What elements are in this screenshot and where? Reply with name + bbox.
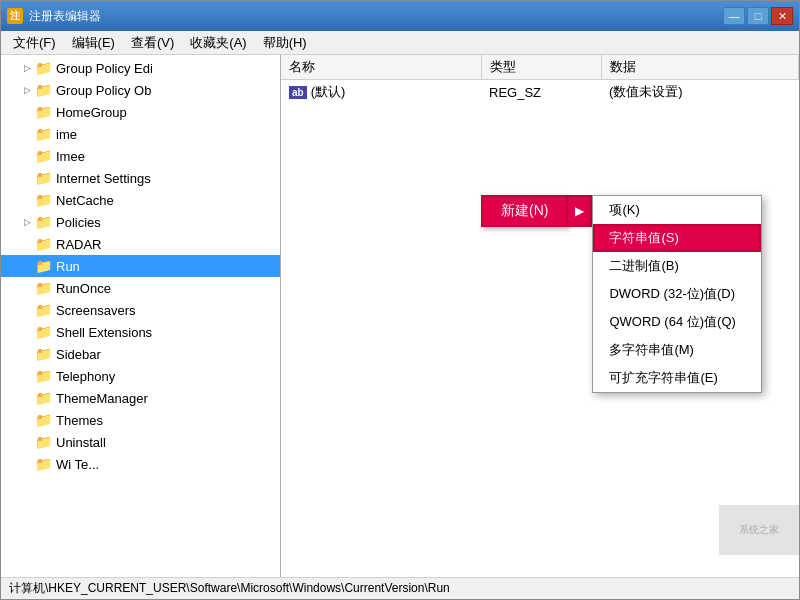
- tree-item[interactable]: 📁Internet Settings: [1, 167, 280, 189]
- folder-icon: 📁: [35, 170, 52, 186]
- folder-icon: 📁: [35, 302, 52, 318]
- maximize-button[interactable]: □: [747, 7, 769, 25]
- menu-help[interactable]: 帮助(H): [255, 32, 315, 54]
- tree-panel[interactable]: ▷📁Group Policy Edi▷📁Group Policy Ob📁Home…: [1, 55, 281, 577]
- tree-item[interactable]: 📁Telephony: [1, 365, 280, 387]
- tree-item[interactable]: 📁Sidebar: [1, 343, 280, 365]
- folder-icon: 📁: [35, 126, 52, 142]
- title-bar: 注 注册表编辑器 — □ ✕: [1, 1, 799, 31]
- submenu-item[interactable]: 项(K): [593, 196, 761, 224]
- new-button-label: 新建(N): [501, 202, 548, 220]
- folder-icon: 📁: [35, 192, 52, 208]
- tree-item-label: Screensavers: [56, 303, 135, 318]
- col-data: 数据: [601, 55, 799, 80]
- tree-item[interactable]: ▷📁Policies: [1, 211, 280, 233]
- tree-item[interactable]: 📁Screensavers: [1, 299, 280, 321]
- tree-arrow: [21, 194, 33, 206]
- window-title: 注册表编辑器: [29, 8, 723, 25]
- folder-icon: 📁: [35, 412, 52, 428]
- submenu-item[interactable]: QWORD (64 位)值(Q): [593, 308, 761, 336]
- tree-item[interactable]: 📁ime: [1, 123, 280, 145]
- new-button[interactable]: 新建(N): [481, 195, 568, 227]
- tree-item-label: Wi Te...: [56, 457, 99, 472]
- tree-item-label: Group Policy Ob: [56, 83, 151, 98]
- submenu-item[interactable]: 多字符串值(M): [593, 336, 761, 364]
- tree-item[interactable]: ▷📁Group Policy Edi: [1, 57, 280, 79]
- folder-icon: 📁: [35, 236, 52, 252]
- submenu-item[interactable]: 二进制值(B): [593, 252, 761, 280]
- watermark: 系统之家: [719, 505, 799, 555]
- tree-item-label: Internet Settings: [56, 171, 151, 186]
- tree-item-label: Run: [56, 259, 80, 274]
- tree-arrow: [21, 260, 33, 272]
- table-row[interactable]: ab(默认)REG_SZ(数值未设置): [281, 80, 799, 105]
- value-type-icon: ab: [289, 86, 307, 99]
- tree-item-label: ThemeManager: [56, 391, 148, 406]
- tree-arrow: [21, 392, 33, 404]
- tree-item[interactable]: 📁Run: [1, 255, 280, 277]
- menu-edit[interactable]: 编辑(E): [64, 32, 123, 54]
- tree-item[interactable]: 📁Imee: [1, 145, 280, 167]
- tree-item[interactable]: 📁Shell Extensions: [1, 321, 280, 343]
- tree-arrow: [21, 150, 33, 162]
- folder-icon: 📁: [35, 456, 52, 472]
- tree-item-label: Telephony: [56, 369, 115, 384]
- folder-icon: 📁: [35, 280, 52, 296]
- tree-item-label: HomeGroup: [56, 105, 127, 120]
- main-content: ▷📁Group Policy Edi▷📁Group Policy Ob📁Home…: [1, 55, 799, 577]
- tree-arrow: [21, 436, 33, 448]
- tree-item[interactable]: 📁ThemeManager: [1, 387, 280, 409]
- tree-item[interactable]: ▷📁Group Policy Ob: [1, 79, 280, 101]
- tree-arrow: [21, 304, 33, 316]
- col-name: 名称: [281, 55, 481, 80]
- tree-arrow: [21, 282, 33, 294]
- close-button[interactable]: ✕: [771, 7, 793, 25]
- tree-item-label: Group Policy Edi: [56, 61, 153, 76]
- title-controls: — □ ✕: [723, 7, 793, 25]
- tree-arrow: [21, 106, 33, 118]
- status-path: 计算机\HKEY_CURRENT_USER\Software\Microsoft…: [9, 580, 450, 597]
- tree-item-label: Imee: [56, 149, 85, 164]
- tree-item-label: NetCache: [56, 193, 114, 208]
- menu-bar: 文件(F) 编辑(E) 查看(V) 收藏夹(A) 帮助(H): [1, 31, 799, 55]
- tree-item[interactable]: 📁Uninstall: [1, 431, 280, 453]
- folder-icon: 📁: [35, 258, 52, 274]
- cell-data: (数值未设置): [601, 80, 799, 105]
- right-panel: 名称 类型 数据 ab(默认)REG_SZ(数值未设置) 新建(N) ▶: [281, 55, 799, 577]
- tree-item-label: Policies: [56, 215, 101, 230]
- tree-item-label: Shell Extensions: [56, 325, 152, 340]
- folder-icon: 📁: [35, 148, 52, 164]
- tree-item-label: ime: [56, 127, 77, 142]
- submenu-item[interactable]: 可扩充字符串值(E): [593, 364, 761, 392]
- submenu-item[interactable]: DWORD (32-位)值(D): [593, 280, 761, 308]
- tree-item[interactable]: 📁Themes: [1, 409, 280, 431]
- tree-item[interactable]: 📁RunOnce: [1, 277, 280, 299]
- registry-editor-window: 注 注册表编辑器 — □ ✕ 文件(F) 编辑(E) 查看(V) 收藏夹(A) …: [0, 0, 800, 600]
- col-type: 类型: [481, 55, 601, 80]
- folder-icon: 📁: [35, 104, 52, 120]
- tree-arrow: [21, 370, 33, 382]
- tree-item[interactable]: 📁Wi Te...: [1, 453, 280, 475]
- new-button-row: 新建(N) ▶: [481, 195, 592, 227]
- tree-item[interactable]: 📁HomeGroup: [1, 101, 280, 123]
- tree-arrow: [21, 458, 33, 470]
- tree-arrow: [21, 326, 33, 338]
- submenu-item[interactable]: 字符串值(S): [593, 224, 761, 252]
- tree-arrow: [21, 414, 33, 426]
- tree-item[interactable]: 📁RADAR: [1, 233, 280, 255]
- tree-item[interactable]: 📁NetCache: [1, 189, 280, 211]
- tree-arrow: ▷: [21, 84, 33, 96]
- registry-table: 名称 类型 数据 ab(默认)REG_SZ(数值未设置): [281, 55, 799, 104]
- tree-arrow: [21, 238, 33, 250]
- cell-type: REG_SZ: [481, 80, 601, 105]
- minimize-button[interactable]: —: [723, 7, 745, 25]
- context-menu-area: 新建(N) ▶ 项(K)字符串值(S)二进制值(B)DWORD (32-位)值(…: [481, 195, 762, 393]
- folder-icon: 📁: [35, 434, 52, 450]
- menu-favorites[interactable]: 收藏夹(A): [182, 32, 254, 54]
- submenu: 项(K)字符串值(S)二进制值(B)DWORD (32-位)值(D)QWORD …: [592, 195, 762, 393]
- tree-arrow: [21, 128, 33, 140]
- folder-icon: 📁: [35, 82, 52, 98]
- menu-view[interactable]: 查看(V): [123, 32, 182, 54]
- folder-icon: 📁: [35, 60, 52, 76]
- menu-file[interactable]: 文件(F): [5, 32, 64, 54]
